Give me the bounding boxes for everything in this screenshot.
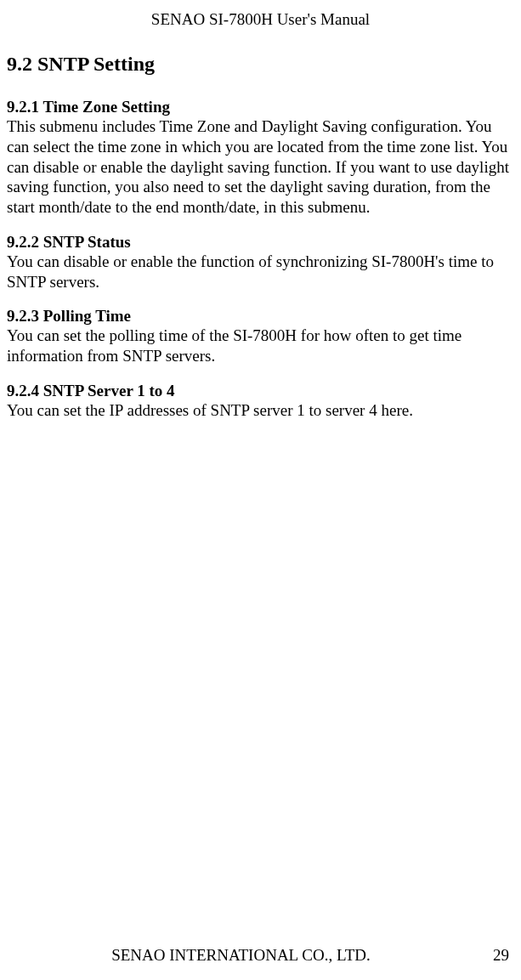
section-heading: 9.2 SNTP Setting — [7, 53, 514, 76]
footer-company: SENAO INTERNATIONAL CO., LTD. — [7, 946, 475, 965]
subsection-body: You can set the polling time of the SI-7… — [7, 326, 514, 366]
page-footer: SENAO INTERNATIONAL CO., LTD. 29 — [7, 946, 514, 965]
subsection-body: You can set the IP addresses of SNTP ser… — [7, 400, 514, 421]
subsection-body: This submenu includes Time Zone and Dayl… — [7, 116, 514, 218]
subsection-block: 9.2.2 SNTP Status You can disable or ena… — [7, 233, 514, 292]
footer-page-number: 29 — [475, 946, 509, 965]
subsection-body: You can disable or enable the function o… — [7, 252, 514, 292]
subsection-block: 9.2.1 Time Zone Setting This submenu inc… — [7, 98, 514, 218]
subsection-heading: 9.2.3 Polling Time — [7, 307, 514, 326]
subsection-heading: 9.2.1 Time Zone Setting — [7, 98, 514, 116]
page-header: SENAO SI-7800H User's Manual — [7, 0, 514, 53]
subsection-block: 9.2.3 Polling Time You can set the polli… — [7, 307, 514, 366]
subsection-heading: 9.2.2 SNTP Status — [7, 233, 514, 252]
subsection-block: 9.2.4 SNTP Server 1 to 4 You can set the… — [7, 382, 514, 421]
subsection-heading: 9.2.4 SNTP Server 1 to 4 — [7, 382, 514, 400]
